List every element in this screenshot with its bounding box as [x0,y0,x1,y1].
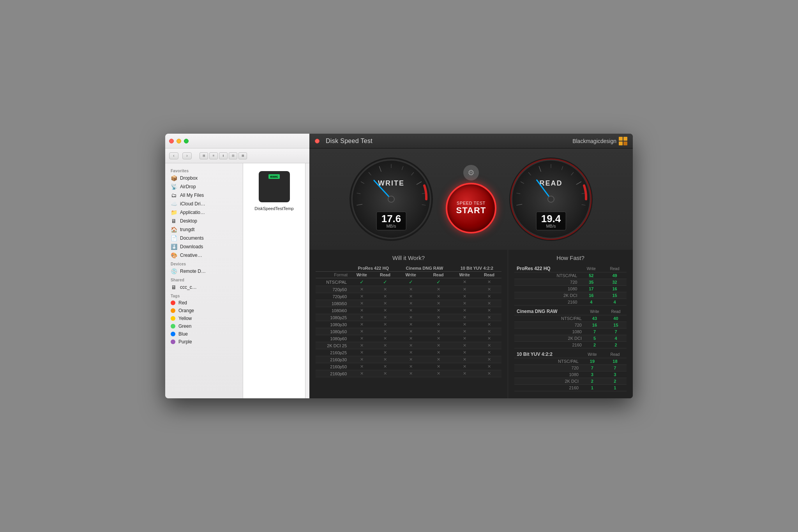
read-value: 1 [604,385,627,391]
result-cell: ✕ [397,307,424,314]
result-cell: ✕ [350,335,373,342]
read-value: 2 [605,342,627,348]
result-cell: ✕ [397,321,424,328]
maximize-button[interactable] [184,139,189,143]
cross-icon: ✕ [487,364,491,369]
cross-icon: ✕ [360,329,364,334]
file-icon[interactable]: exec [259,171,290,202]
remote-disk-icon: 💿 [171,268,177,274]
prores-read-header: Read [374,272,397,278]
column-view-button[interactable]: ⫿ [219,152,228,159]
how-fast-title: How Fast? [514,255,627,261]
sidebar-item-icloud[interactable]: ☁️ iCloud Dri… [165,200,243,208]
result-cell: ✕ [374,335,397,342]
cross-icon: ✕ [463,343,466,348]
result-cell: ✕ [425,335,452,342]
cross-icon: ✕ [463,301,466,306]
app-close-button[interactable] [315,139,320,143]
sidebar-item-tag-green[interactable]: Green [165,322,243,330]
cross-icon: ✕ [463,294,466,299]
write-col-header: Write [581,351,604,358]
result-cell: ✕ [425,286,452,293]
sidebar-item-applications[interactable]: 📁 Applicatio… [165,208,243,217]
cross-icon: ✕ [463,279,466,284]
cinemadng-write-header: Write [397,272,424,278]
list-item: 2K DCI22 [514,378,627,385]
cross-icon: ✕ [437,357,440,362]
icloud-icon: ☁️ [171,201,177,207]
cross-icon: ✕ [463,336,466,341]
cross-icon: ✕ [409,294,413,299]
format-label: 1080 [514,329,584,335]
table-row: NTSC/PAL✓✓✓✓✕✕ [316,278,501,286]
read-value: 7 [604,365,627,371]
sidebar-item-airdrop[interactable]: 📡 AirDrop [165,182,243,191]
cross-icon: ✕ [383,343,387,348]
result-cell: ✕ [477,293,501,300]
how-fast-codec-section: ProRes 422 HQWriteReadNTSC/PAL5249720353… [514,265,627,306]
result-cell: ✕ [397,349,424,356]
sidebar-item-tag-orange[interactable]: Orange [165,307,243,315]
finder-sidebar: Favorites 📦 Dropbox 📡 AirDrop 🗂 All My F… [165,163,243,398]
format-cell: 2K DCI 25 [316,342,350,349]
sidebar-item-shared-ccc[interactable]: 🖥 ccc_c… [165,283,243,292]
sidebar-item-creative[interactable]: 🎨 Creative… [165,251,243,260]
cover-flow-button[interactable]: ⊟ [229,152,237,159]
result-cell: ✕ [477,321,501,328]
cross-icon: ✕ [360,287,364,292]
result-cell: ✕ [374,342,397,349]
write-value: 7 [584,329,605,335]
cross-icon: ✕ [437,287,440,292]
cross-icon: ✕ [487,357,491,362]
cross-icon: ✕ [409,357,413,362]
result-cell: ✕ [374,363,397,370]
yuv-header: 10 Bit YUV 4:2:2 [452,265,501,272]
list-item: 72077 [514,365,627,371]
list-item: 108033 [514,371,627,378]
sidebar-item-documents[interactable]: 📄 Documents [165,234,243,242]
svg-point-15 [388,196,394,202]
cross-icon: ✕ [487,308,491,313]
back-button[interactable]: ‹ [169,152,178,159]
sidebar-item-tag-purple[interactable]: Purple [165,338,243,346]
result-cell: ✕ [452,342,477,349]
cross-icon: ✕ [437,315,440,320]
result-cell: ✕ [397,370,424,377]
sidebar-item-all-my-files[interactable]: 🗂 All My Files [165,191,243,200]
format-label: 2K DCI [514,292,579,299]
result-cell: ✕ [350,314,373,321]
orange-tag-dot [171,308,175,313]
sidebar-item-home[interactable]: 🏠 trungdt [165,225,243,234]
sidebar-item-remote-disk[interactable]: 💿 Remote D… [165,267,243,276]
sidebar-item-tag-blue[interactable]: Blue [165,330,243,338]
icon-view-button[interactable]: ⊞ [200,152,208,159]
sidebar-item-tag-yellow[interactable]: Yellow [165,315,243,322]
result-cell: ✕ [374,314,397,321]
creative-icon: 🎨 [171,252,177,258]
will-it-work-title: Will it Work? [316,255,501,261]
minimize-button[interactable] [177,139,181,143]
forward-button[interactable]: › [182,152,192,159]
file-name-label: DiskSpeedTestTemp [254,206,293,211]
write-value: 52 [579,272,603,279]
table-row: 720p60✕✕✕✕✕✕ [316,293,501,300]
write-value: 16 [584,322,605,329]
read-value-box: 19.4 MB/s [536,212,566,230]
gallery-view-button[interactable]: ⊠ [238,152,247,159]
result-cell: ✕ [477,363,501,370]
sidebar-item-desktop[interactable]: 🖥 Desktop [165,217,243,225]
cross-icon: ✕ [409,329,413,334]
list-view-button[interactable]: ≡ [209,152,218,159]
cross-icon: ✕ [360,364,364,369]
write-value: 16 [579,292,603,299]
result-cell: ✕ [374,307,397,314]
result-cell: ✕ [397,286,424,293]
format-label: 2160 [514,299,579,306]
sidebar-item-dropbox[interactable]: 📦 Dropbox [165,174,243,182]
sidebar-item-tag-red[interactable]: Red [165,299,243,307]
bmd-squares-icon [619,137,627,145]
start-button[interactable]: SPEED TEST START [446,183,496,233]
close-button[interactable] [169,139,174,143]
sidebar-item-downloads[interactable]: ⬇️ Downloads [165,242,243,251]
cross-icon: ✕ [463,315,466,320]
